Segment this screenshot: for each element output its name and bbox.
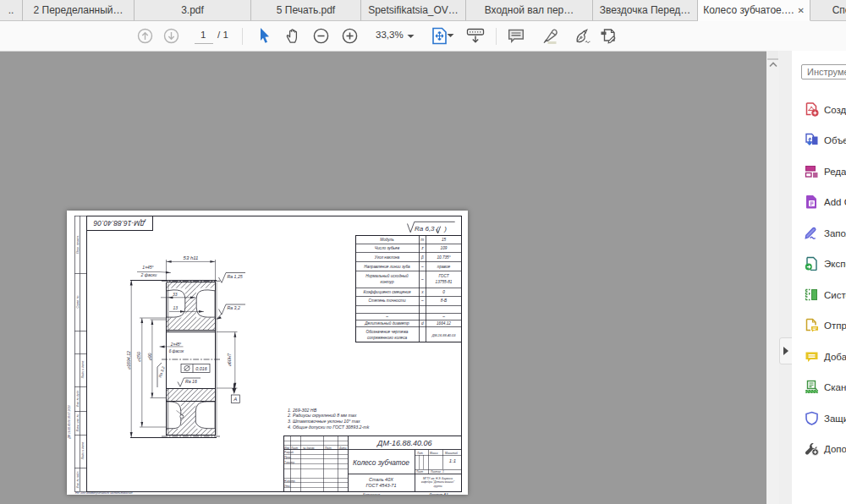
svg-text:8-В: 8-В [441, 299, 447, 303]
svg-text:Число зубьев: Число зубьев [375, 246, 400, 250]
svg-text:Подп. и дата: Подп. и дата [81, 361, 85, 379]
svg-text:Пров.: Пров. [284, 456, 292, 459]
svg-text:Инв. № подл.: Инв. № подл. [76, 471, 80, 489]
svg-text:53 h11: 53 h11 [184, 255, 199, 260]
svg-text:1×45°: 1×45° [142, 265, 153, 270]
svg-text:⌀90: ⌀90 [147, 353, 152, 360]
svg-text:ДМ-16.88.40.06: ДМ-16.88.40.06 [376, 439, 431, 447]
svg-text:Ra 3,2: Ra 3,2 [158, 365, 166, 378]
svg-text:сопряженного колеса: сопряженного колеса [367, 336, 408, 340]
svg-text:1664,12: 1664,12 [437, 321, 451, 326]
svg-text:Сталь 40Х: Сталь 40Х [369, 477, 393, 482]
svg-text:№ докум.: № докум. [303, 446, 315, 450]
svg-text:Нормальный исходный: Нормальный исходный [365, 273, 409, 278]
svg-text:33: 33 [173, 292, 178, 297]
svg-text:Делительный диаметр: Делительный диаметр [364, 320, 409, 326]
svg-text:Н.контр.: Н.контр. [284, 479, 296, 483]
svg-text:ДМ-16.88.40.03: ДМ-16.88.40.03 [431, 333, 457, 337]
svg-text:–: – [420, 265, 424, 269]
svg-text:Ra 1,25: Ra 1,25 [228, 274, 243, 279]
svg-text:⌀150: ⌀150 [136, 352, 141, 362]
svg-text:15: 15 [442, 238, 447, 242]
svg-text:Не для коммерческого использов: Не для коммерческого использования [75, 491, 133, 495]
svg-text:ДМ-16.88.40.06: ДМ-16.88.40.06 [93, 219, 146, 227]
svg-text:Ra 6,3 ( ): Ra 6,3 ( ) [415, 225, 447, 233]
svg-text:правое: правое [437, 265, 451, 269]
svg-text:1: 1 [442, 470, 444, 474]
svg-text:кафедра "Детали машин": кафедра "Детали машин" [421, 480, 455, 484]
svg-text:⌀60H7: ⌀60H7 [227, 353, 232, 367]
svg-text:Степень точности: Степень точности [368, 299, 406, 303]
svg-text:ГОСТ: ГОСТ [438, 274, 449, 278]
svg-text:109: 109 [441, 246, 448, 250]
svg-text:0,016: 0,016 [195, 366, 207, 371]
svg-text:ДМ 16.88.40.06 09.07.2020: ДМ 16.88.40.06 09.07.2020 [68, 405, 71, 440]
svg-text:–: – [442, 315, 445, 319]
svg-text:Угол наклона: Угол наклона [375, 255, 400, 260]
svg-text:Лист: Лист [415, 470, 424, 474]
svg-text:А: А [233, 397, 237, 402]
svg-text:Листов: Листов [430, 470, 441, 474]
svg-text:–: – [385, 315, 388, 319]
svg-text:Подп. и дата: Подп. и дата [81, 442, 85, 460]
svg-text:d: d [421, 321, 424, 326]
svg-text:Утв.: Утв. [284, 485, 290, 488]
svg-text:Обозначение чертежа: Обозначение чертежа [366, 330, 409, 334]
svg-text:контур: контур [380, 280, 394, 284]
svg-text:3. Штамповочные уклоны 10° max: 3. Штамповочные уклоны 10° max [288, 419, 360, 424]
svg-text:Дата: Дата [338, 446, 347, 450]
svg-text:Копировал: Копировал [363, 492, 381, 495]
svg-text:2. Радиусы скруглений 8 мм max: 2. Радиусы скруглений 8 мм max [287, 413, 357, 418]
svg-text:Формат А3: Формат А3 [430, 492, 449, 495]
svg-text:0: 0 [442, 290, 445, 294]
svg-text:Ra 3,2: Ra 3,2 [228, 305, 240, 310]
svg-text:МГТУ им. Н.Э. Баумана: МГТУ им. Н.Э. Баумана [423, 477, 453, 480]
svg-text:Коэффициент смещения: Коэффициент смещения [363, 290, 411, 294]
svg-text:Инв. № дубл.: Инв. № дубл. [76, 390, 80, 407]
svg-text:Колесо зубчатое: Колесо зубчатое [353, 458, 409, 467]
svg-text:13755-81: 13755-81 [436, 280, 453, 284]
svg-text:6 фасок: 6 фасок [169, 349, 184, 353]
svg-text:Изм: Изм [284, 446, 290, 450]
svg-text:2 фаски: 2 фаски [140, 272, 157, 277]
svg-text:β: β [420, 255, 424, 260]
svg-text:–: – [420, 299, 424, 303]
svg-text:Направление линии зуба: Направление линии зуба [364, 265, 410, 269]
svg-text:2×45°: 2×45° [170, 342, 182, 347]
svg-text:10.735°: 10.735° [437, 255, 450, 260]
svg-text:Взам. инв. №: Взам. инв. № [76, 414, 80, 431]
svg-text:1. 269-302 НВ: 1. 269-302 НВ [288, 408, 317, 413]
svg-text:Справ. №: Справ. № [76, 295, 80, 308]
svg-text:Ra 16: Ra 16 [185, 379, 197, 384]
svg-text:Разраб.: Разраб. [284, 451, 294, 454]
svg-text:Перв. примен.: Перв. примен. [76, 235, 80, 254]
svg-text:–: – [420, 277, 424, 282]
svg-text:Лист: Лист [290, 446, 299, 450]
svg-text:4. Общие допуски по ГОСТ 30893: 4. Общие допуски по ГОСТ 30893.2-mk [288, 425, 370, 430]
svg-text:Масштаб: Масштаб [445, 452, 458, 455]
svg-text:m: m [420, 238, 424, 242]
svg-text:ГОСТ 4543-71: ГОСТ 4543-71 [366, 483, 397, 488]
svg-text:x: x [420, 290, 424, 294]
svg-text:Лит.: Лит. [416, 452, 424, 455]
svg-text:Масса: Масса [430, 452, 438, 455]
svg-text:13: 13 [173, 305, 179, 310]
svg-text:группа: группа [433, 485, 442, 488]
svg-text:Подп.: Подп. [325, 446, 332, 450]
svg-text:Т.контр.: Т.контр. [284, 461, 295, 464]
svg-text:Модуль: Модуль [380, 238, 394, 242]
svg-text:z: z [420, 246, 424, 250]
svg-text:⌀1694,12: ⌀1694,12 [126, 351, 131, 370]
svg-text:1:1: 1:1 [449, 458, 456, 463]
